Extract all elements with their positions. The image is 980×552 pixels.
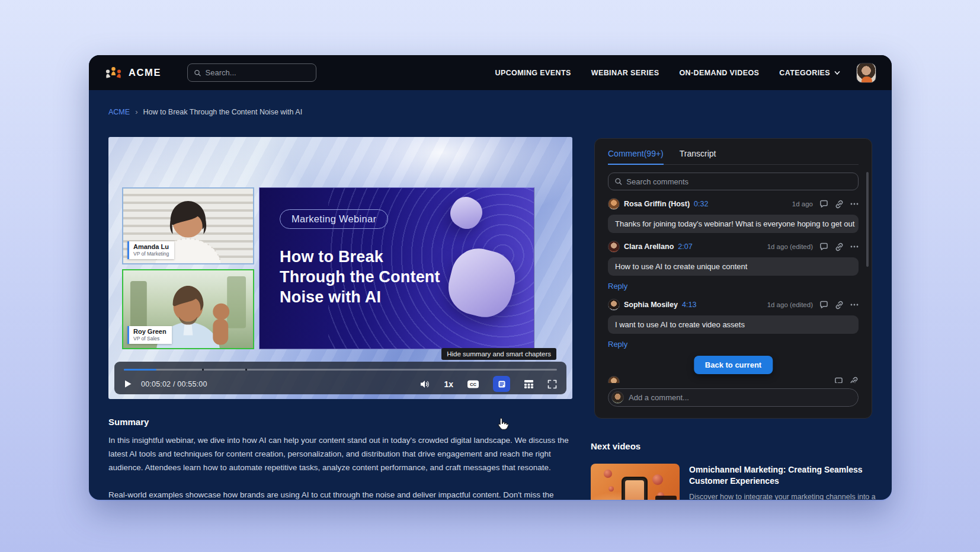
fullscreen-button[interactable] <box>547 379 557 389</box>
captions-button[interactable]: CC <box>467 379 479 389</box>
comment-text: How to use AI to create unique content <box>608 257 859 276</box>
volume-button[interactable] <box>419 379 430 389</box>
reply-button[interactable]: Reply <box>608 340 627 349</box>
more-options-icon[interactable] <box>850 245 859 248</box>
chapter-marker <box>245 369 247 371</box>
playback-speed-button[interactable]: 1x <box>444 379 453 389</box>
speaker-name: Roy Green <box>133 328 166 336</box>
comment-timestamp-link[interactable]: 0:32 <box>694 200 708 208</box>
video-player[interactable]: Amanda Lu VP of Marketing <box>108 137 572 399</box>
chapters-grid-button[interactable] <box>524 379 534 388</box>
summary-paragraph: In this insightful webinar, we dive into… <box>108 433 582 474</box>
player-controls: 00:05:02 / 00:55:00 1x <box>114 362 566 394</box>
fullscreen-icon <box>547 379 557 389</box>
comment-text: Thanks for joining today's webinar! What… <box>608 215 859 233</box>
search-input[interactable] <box>206 68 310 77</box>
comment-author: Clara Arellano <box>624 243 674 251</box>
nav-link-on-demand-videos[interactable]: ON-DEMAND VIDEOS <box>679 69 759 77</box>
thumbnail-decoration <box>652 474 663 485</box>
slide-decoration <box>443 243 521 323</box>
reply-bubble-icon[interactable] <box>819 301 828 309</box>
comment-text: I want to use AI to create video assets <box>608 315 859 334</box>
search-icon <box>614 177 622 186</box>
partial-comment-row <box>608 376 859 383</box>
breadcrumb-chevron-icon: › <box>135 107 137 116</box>
comment-timestamp-link[interactable]: 2:07 <box>678 243 692 251</box>
tab-transcript[interactable]: Transcript <box>680 149 716 164</box>
brand[interactable]: ACME <box>104 66 161 79</box>
speaker-nametag: Roy Green VP of Sales <box>127 326 172 344</box>
next-videos-heading: Next videos <box>591 441 887 451</box>
thumbnail-phone-art <box>622 477 648 500</box>
copy-link-icon[interactable] <box>835 301 844 309</box>
video-duration-badge <box>655 496 677 500</box>
summary-heading: Summary <box>108 417 582 427</box>
search-icon <box>194 69 201 77</box>
reply-bubble-icon[interactable] <box>819 200 828 208</box>
next-video-title[interactable]: Omnichannel Marketing: Creating Seamless… <box>689 464 880 487</box>
nav-link-categories[interactable]: CATEGORIES <box>779 69 841 77</box>
comment-timestamp-link[interactable]: 4:13 <box>682 301 696 309</box>
panel-tabs: Comment(99+) Transcript <box>608 139 859 165</box>
speaker-role: VP of Marketing <box>133 251 169 257</box>
copy-link-icon[interactable] <box>835 200 844 209</box>
play-button[interactable] <box>124 379 132 388</box>
next-video-item[interactable]: Omnichannel Marketing: Creating Seamless… <box>591 464 887 500</box>
avatar <box>608 376 620 383</box>
comments-search[interactable] <box>608 173 859 190</box>
time-display: 00:05:02 / 00:55:00 <box>141 380 207 388</box>
comment-age: 1d ago (edited) <box>767 301 813 308</box>
brand-name: ACME <box>129 67 161 78</box>
player-tooltip: Hide summary and smart chapters <box>441 348 556 360</box>
chapter-marker <box>202 369 204 371</box>
avatar <box>608 299 620 311</box>
next-video-thumbnail[interactable] <box>591 464 680 500</box>
summary-section: Summary In this insightful webinar, we d… <box>108 417 582 500</box>
navbar: ACME UPCOMING EVENTS WEBINAR SERIES ON-D… <box>89 55 892 90</box>
summary-panel-toggle-button[interactable] <box>493 376 510 392</box>
comment-author: Rosa Griffin (Host) <box>624 200 690 208</box>
progress-fill <box>124 369 156 371</box>
comment-item: Clara Arellano 2:07 1d ago (edited) How … <box>608 241 859 291</box>
reply-bubble-icon[interactable] <box>819 243 828 251</box>
slide-title: How to Break Through the Content Noise w… <box>280 247 440 307</box>
app-window: ACME UPCOMING EVENTS WEBINAR SERIES ON-D… <box>89 55 892 500</box>
thumbnail-decoration <box>604 470 612 478</box>
more-options-icon[interactable] <box>850 203 859 205</box>
speaker-nametag: Amanda Lu VP of Marketing <box>127 241 174 259</box>
comment-author: Sophia Mosiley <box>624 301 678 309</box>
next-video-description: Discover how to integrate your marketing… <box>689 492 887 500</box>
summary-paragraph: Real-world examples showcase how brands … <box>108 488 582 500</box>
more-options-icon[interactable] <box>850 304 859 306</box>
nav-links: UPCOMING EVENTS WEBINAR SERIES ON-DEMAND… <box>495 69 841 77</box>
nav-link-upcoming-events[interactable]: UPCOMING EVENTS <box>495 69 571 77</box>
comment-composer[interactable] <box>608 388 859 407</box>
comments-search-input[interactable] <box>626 177 852 186</box>
speaker-name: Amanda Lu <box>133 243 169 251</box>
comment-item: Rosa Griffin (Host) 0:32 1d ago Thanks f… <box>608 198 859 233</box>
user-avatar[interactable] <box>856 63 876 83</box>
breadcrumb: ACME › How to Break Through the Content … <box>108 107 302 116</box>
cc-label: CC <box>470 382 476 387</box>
nav-link-webinar-series[interactable]: WEBINAR SERIES <box>591 69 659 77</box>
avatar <box>608 241 620 253</box>
comments-scrollbar[interactable] <box>866 172 869 267</box>
speaker-tile-roy: Roy Green VP of Sales <box>122 269 254 349</box>
navbar-search[interactable] <box>187 63 316 82</box>
chevron-down-icon <box>834 69 841 76</box>
speaker-tile-amanda: Amanda Lu VP of Marketing <box>122 187 254 264</box>
summary-panel-icon <box>498 380 506 388</box>
tab-comments[interactable]: Comment(99+) <box>608 149 664 165</box>
presentation-slide: Marketing Webinar How to Break Through t… <box>259 187 534 349</box>
slide-decoration <box>445 192 488 234</box>
back-to-current-button[interactable]: Back to current <box>694 356 773 374</box>
progress-bar[interactable] <box>124 369 557 371</box>
reply-button[interactable]: Reply <box>608 282 627 291</box>
copy-link-icon[interactable] <box>835 243 844 251</box>
comment-age: 1d ago (edited) <box>767 243 813 250</box>
copy-link-icon <box>850 376 859 383</box>
breadcrumb-home-link[interactable]: ACME <box>108 108 130 116</box>
comment-input[interactable] <box>629 393 851 402</box>
breadcrumb-current: How to Break Through the Content Noise w… <box>143 108 302 116</box>
page: ACME UPCOMING EVENTS WEBINAR SERIES ON-D… <box>0 0 980 552</box>
